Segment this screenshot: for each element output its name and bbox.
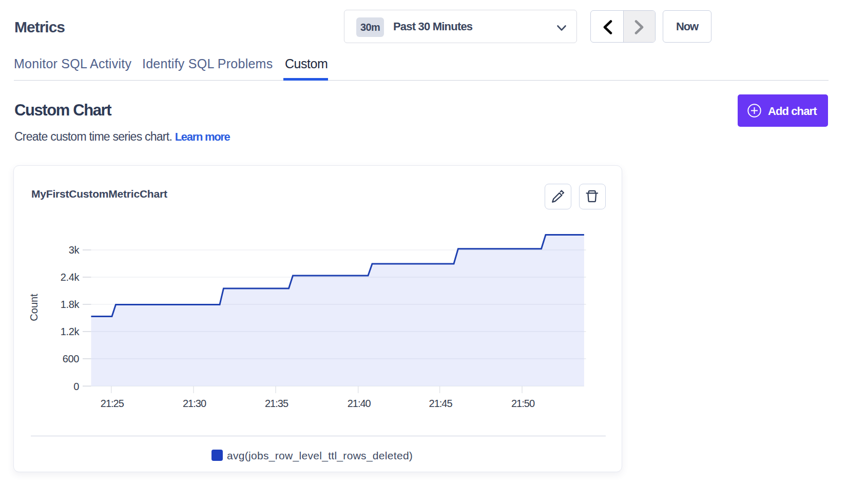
svg-text:1.8k: 1.8k [61, 299, 80, 310]
svg-text:21:50: 21:50 [511, 398, 535, 409]
svg-text:600: 600 [63, 353, 79, 364]
svg-text:0: 0 [73, 381, 79, 392]
svg-text:21:45: 21:45 [429, 398, 453, 409]
svg-text:21:35: 21:35 [265, 398, 288, 409]
svg-text:21:25: 21:25 [101, 398, 124, 409]
svg-text:21:40: 21:40 [348, 398, 371, 409]
svg-text:2.4k: 2.4k [61, 272, 80, 283]
svg-text:3k: 3k [69, 244, 80, 256]
svg-text:21:30: 21:30 [183, 398, 206, 409]
svg-text:Count: Count [28, 294, 40, 321]
svg-text:1.2k: 1.2k [61, 326, 80, 337]
